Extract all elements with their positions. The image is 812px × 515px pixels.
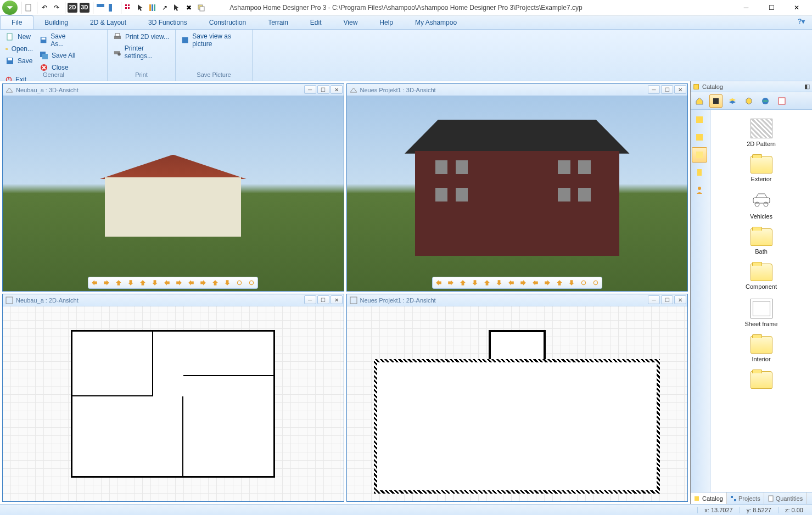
viewport-maximize[interactable]: ☐	[317, 85, 329, 94]
qat-redo-icon[interactable]: ↷	[52, 3, 61, 13]
tab-help[interactable]: Help	[368, 15, 404, 29]
catalog-item-2d-pattern[interactable]: 2D Pattern	[713, 114, 810, 152]
catalog-list[interactable]: 2D Pattern Exterior Vehicles Bath Compon…	[710, 110, 812, 492]
viewport-3d-2[interactable]: Neues Projekt1 : 3D-Ansicht ─ ☐ ✕	[346, 83, 688, 292]
nav-btn[interactable]	[433, 277, 445, 288]
tab-2d-layout[interactable]: 2D & Layout	[79, 15, 137, 29]
ribbon-saveas[interactable]: Save As...	[36, 31, 80, 49]
catalog-item-interior[interactable]: Interior	[713, 332, 810, 367]
tab-3d-functions[interactable]: 3D Functions	[137, 15, 198, 29]
viewport-body[interactable]	[347, 96, 688, 291]
side-lt-2[interactable]	[692, 130, 707, 145]
tab-edit[interactable]: Edit	[299, 15, 333, 29]
viewport-2d-2[interactable]: Neues Projekt1 : 2D-Ansicht ─ ☐ ✕	[346, 294, 688, 502]
qat-copy-icon[interactable]	[196, 3, 206, 13]
nav-btn[interactable]	[457, 277, 469, 288]
catalog-item-more[interactable]	[713, 367, 810, 393]
catalog-item-vehicles[interactable]: Vehicles	[713, 187, 810, 224]
nav-btn[interactable]	[245, 277, 257, 288]
qat-new-icon[interactable]	[24, 3, 33, 13]
nav-btn[interactable]	[209, 277, 221, 288]
qat-layout2-icon[interactable]	[108, 3, 117, 13]
side-lt-3[interactable]	[692, 147, 707, 163]
catalog-item-exterior[interactable]: Exterior	[713, 152, 810, 187]
qat-grid-icon[interactable]	[124, 3, 133, 13]
sb-tab-quantities[interactable]: Quantities	[764, 492, 807, 504]
maximize-button[interactable]: ☐	[764, 2, 779, 13]
nav-btn[interactable]	[529, 277, 541, 288]
tab-construction[interactable]: Construction	[198, 15, 257, 29]
nav-btn[interactable]	[590, 277, 602, 288]
side-tb-box-icon[interactable]	[742, 94, 755, 108]
catalog-item-bath[interactable]: Bath	[713, 224, 810, 259]
nav-btn[interactable]	[88, 277, 100, 288]
catalog-item-component[interactable]: Component	[713, 259, 810, 294]
nav-btn[interactable]	[113, 277, 125, 288]
nav-btn[interactable]	[100, 277, 113, 288]
close-button[interactable]: ✕	[789, 2, 804, 13]
viewport-minimize[interactable]: ─	[304, 295, 316, 304]
nav-btn[interactable]	[137, 277, 149, 288]
nav-btn[interactable]	[445, 277, 457, 288]
nav-btn[interactable]	[161, 277, 173, 288]
viewport-close[interactable]: ✕	[331, 295, 343, 304]
catalog-item-sheet-frame[interactable]: Sheet frame	[713, 294, 810, 332]
viewport-body[interactable]	[347, 306, 688, 501]
nav-btn[interactable]	[565, 277, 578, 288]
viewport-close[interactable]: ✕	[674, 295, 686, 304]
viewport-minimize[interactable]: ─	[304, 85, 316, 94]
viewport-maximize[interactable]: ☐	[661, 85, 673, 94]
ribbon-saveviewpic[interactable]: Save view as picture	[178, 31, 250, 49]
qat-3d-button[interactable]: 3D	[80, 3, 89, 13]
nav-btn[interactable]	[493, 277, 505, 288]
sb-tab-projects[interactable]: Projects	[727, 492, 764, 504]
app-menu-button[interactable]	[2, 1, 18, 15]
side-tb-misc-icon[interactable]	[775, 94, 788, 108]
viewport-2d-1[interactable]: Neubau_a : 2D-Ansicht ─ ☐ ✕	[2, 294, 344, 502]
qat-layout1-icon[interactable]	[96, 3, 105, 13]
side-lt-1[interactable]	[692, 112, 707, 127]
nav-btn[interactable]	[481, 277, 493, 288]
side-lt-person-icon[interactable]	[692, 182, 707, 198]
qat-colors-icon[interactable]	[148, 3, 158, 13]
ribbon-saveall[interactable]: Save All	[36, 49, 80, 61]
qat-cross-icon[interactable]: ✖	[184, 3, 194, 13]
nav-btn[interactable]	[233, 277, 245, 288]
viewport-close[interactable]: ✕	[674, 85, 686, 94]
viewport-minimize[interactable]: ─	[648, 295, 660, 304]
nav-btn[interactable]	[578, 277, 590, 288]
sb-tab-catalog[interactable]: Catalog	[691, 492, 727, 504]
side-tb-layers-icon[interactable]	[726, 94, 739, 108]
viewport-body[interactable]	[3, 96, 344, 291]
viewport-body[interactable]	[3, 306, 344, 501]
sidebar-collapse-icon[interactable]: ◧	[804, 83, 810, 90]
viewport-maximize[interactable]: ☐	[661, 295, 673, 304]
viewport-maximize[interactable]: ☐	[317, 295, 329, 304]
nav-btn[interactable]	[553, 277, 565, 288]
nav-btn[interactable]	[149, 277, 161, 288]
ribbon-print2d[interactable]: Print 2D view...	[110, 31, 173, 43]
ribbon-save[interactable]: Save	[2, 55, 36, 67]
tab-my-ashampoo[interactable]: My Ashampoo	[404, 15, 468, 29]
ribbon-printersettings[interactable]: Printer settings...	[110, 43, 173, 61]
viewport-3d-1[interactable]: Neubau_a : 3D-Ansicht ─ ☐ ✕	[2, 83, 344, 292]
nav-btn[interactable]	[541, 277, 553, 288]
side-tb-globe-icon[interactable]	[759, 94, 772, 108]
qat-diag-icon[interactable]: ↗	[160, 3, 170, 13]
nav-btn[interactable]	[517, 277, 529, 288]
qat-undo-icon[interactable]: ↶	[40, 3, 49, 13]
tab-building[interactable]: Building	[33, 15, 79, 29]
tab-file[interactable]: File	[0, 15, 33, 29]
qat-cursor-icon[interactable]	[136, 3, 145, 13]
nav-btn[interactable]	[505, 277, 517, 288]
nav-btn[interactable]	[173, 277, 185, 288]
nav-btn[interactable]	[221, 277, 233, 288]
viewport-minimize[interactable]: ─	[648, 85, 660, 94]
nav-btn[interactable]	[185, 277, 197, 288]
side-tb-cube-icon[interactable]	[709, 94, 723, 108]
nav-btn[interactable]	[469, 277, 481, 288]
tab-terrain[interactable]: Terrain	[257, 15, 299, 29]
nav-btn[interactable]	[125, 277, 137, 288]
nav-btn[interactable]	[197, 277, 209, 288]
ribbon-new[interactable]: New	[2, 31, 36, 43]
